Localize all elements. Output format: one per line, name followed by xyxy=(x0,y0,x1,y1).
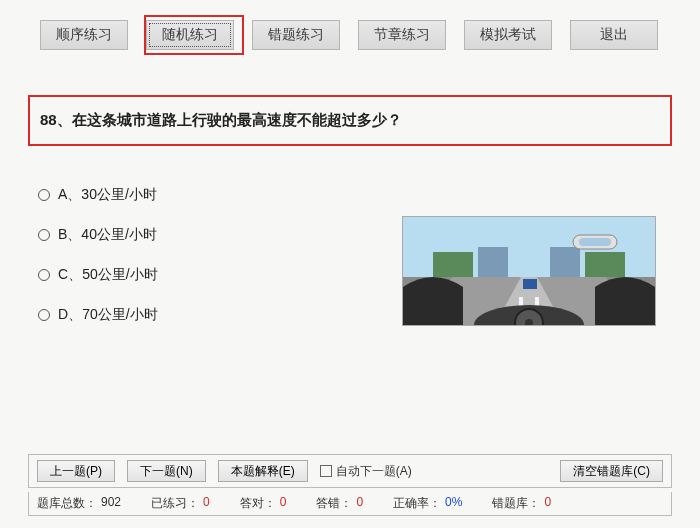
svg-rect-4 xyxy=(433,252,473,277)
tab-exit[interactable]: 退出 xyxy=(570,20,658,50)
control-bar: 上一题(P) 下一题(N) 本题解释(E) 自动下一题(A) 清空错题库(C) xyxy=(28,454,672,488)
tab-sequential[interactable]: 顺序练习 xyxy=(40,20,128,50)
explain-button[interactable]: 本题解释(E) xyxy=(218,460,308,482)
svg-rect-5 xyxy=(585,252,625,277)
question-number: 88 xyxy=(40,111,57,128)
main-toolbar: 顺序练习 随机练习 错题练习 节章练习 模拟考试 退出 xyxy=(40,20,670,50)
question-text: 在这条城市道路上行驶的最高速度不能超过多少？ xyxy=(72,111,402,128)
next-button[interactable]: 下一题(N) xyxy=(127,460,206,482)
auto-next-label: 自动下一题(A) xyxy=(336,463,412,480)
option-label: C、50公里/小时 xyxy=(58,266,158,284)
stats-bar: 题库总数：902 已练习：0 答对：0 答错：0 正确率：0% 错题库：0 xyxy=(28,492,672,516)
stat-wrong: 答错：0 xyxy=(316,495,363,512)
radio-icon xyxy=(38,189,50,201)
stat-wrongdb: 错题库：0 xyxy=(492,495,551,512)
question-text-box: 88、在这条城市道路上行驶的最高速度不能超过多少？ xyxy=(28,95,672,146)
tab-mock[interactable]: 模拟考试 xyxy=(464,20,552,50)
svg-rect-8 xyxy=(523,279,537,289)
option-a[interactable]: A、30公里/小时 xyxy=(38,186,672,204)
stat-total: 题库总数：902 xyxy=(37,495,121,512)
app-root: 顺序练习 随机练习 错题练习 节章练习 模拟考试 退出 88、在这条城市道路上行… xyxy=(0,0,700,528)
svg-rect-7 xyxy=(550,247,580,277)
tab-random[interactable]: 随机练习 xyxy=(146,20,234,50)
stat-practiced: 已练习：0 xyxy=(151,495,210,512)
question-illustration xyxy=(402,216,656,326)
radio-icon xyxy=(38,309,50,321)
svg-rect-6 xyxy=(478,247,508,277)
option-label: B、40公里/小时 xyxy=(58,226,157,244)
radio-icon xyxy=(38,269,50,281)
clear-wrong-button[interactable]: 清空错题库(C) xyxy=(560,460,663,482)
prev-button[interactable]: 上一题(P) xyxy=(37,460,115,482)
option-label: D、70公里/小时 xyxy=(58,306,158,324)
checkbox-icon xyxy=(320,465,332,477)
svg-rect-15 xyxy=(579,238,611,246)
auto-next-toggle[interactable]: 自动下一题(A) xyxy=(320,463,412,480)
tab-chapter[interactable]: 节章练习 xyxy=(358,20,446,50)
option-label: A、30公里/小时 xyxy=(58,186,157,204)
radio-icon xyxy=(38,229,50,241)
stat-correct: 答对：0 xyxy=(240,495,287,512)
stat-rate: 正确率：0% xyxy=(393,495,462,512)
tab-wrong[interactable]: 错题练习 xyxy=(252,20,340,50)
